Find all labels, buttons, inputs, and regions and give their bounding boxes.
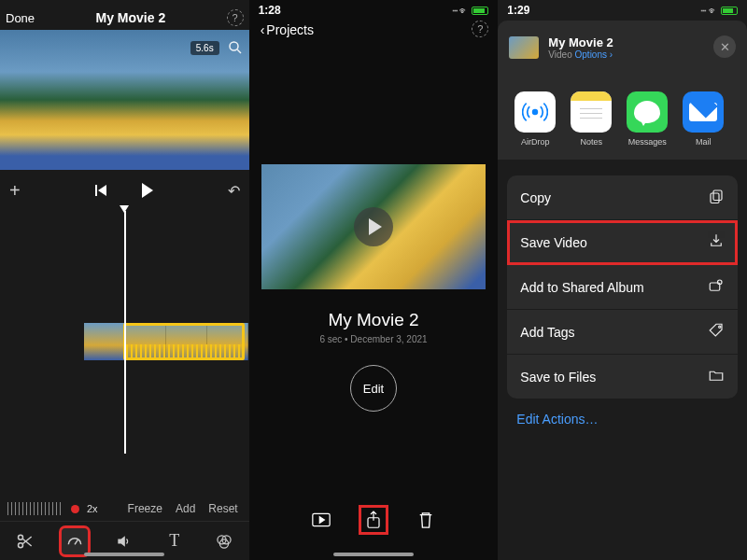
svg-rect-14 bbox=[713, 190, 722, 201]
copy-action[interactable]: Copy bbox=[507, 175, 738, 220]
freeze-button[interactable]: Freeze bbox=[128, 502, 162, 515]
copy-icon bbox=[708, 188, 725, 207]
svg-point-0 bbox=[230, 42, 238, 50]
status-time: 1:29 bbox=[507, 4, 529, 17]
titles-tool[interactable]: T bbox=[162, 528, 188, 554]
play-icon[interactable] bbox=[354, 207, 393, 246]
mail-app[interactable]: Mail bbox=[683, 91, 724, 147]
app-label: Notes bbox=[581, 137, 603, 147]
speed-slider[interactable] bbox=[7, 502, 63, 515]
project-panel: 1:28 ⋯ ᯤ ‹ Projects ? My Movie 2 6 sec •… bbox=[249, 0, 499, 560]
project-thumbnail[interactable] bbox=[261, 164, 486, 289]
status-icons: ⋯ ᯤ bbox=[453, 4, 489, 17]
app-label: Mail bbox=[696, 137, 712, 147]
video-preview[interactable]: 5.6s bbox=[0, 30, 249, 170]
speed-multiplier: 2x bbox=[87, 503, 98, 514]
undo-button[interactable]: ↶ bbox=[228, 182, 240, 200]
svg-marker-11 bbox=[319, 517, 324, 524]
airdrop-icon bbox=[514, 91, 556, 133]
wifi-icon: ⋯ ᯤ bbox=[453, 6, 470, 16]
selected-clip-range[interactable] bbox=[123, 323, 245, 360]
svg-point-3 bbox=[18, 542, 22, 547]
play-button[interactable] bbox=[142, 183, 153, 198]
share-sheet-panel: 1:29 ⋯ ᯤ My Movie 2 Video Options › ✕ Ai… bbox=[498, 0, 747, 560]
delete-button[interactable] bbox=[414, 508, 438, 532]
zoom-icon[interactable] bbox=[227, 39, 244, 56]
back-projects-button[interactable]: ‹ Projects bbox=[249, 17, 499, 43]
svg-line-6 bbox=[75, 539, 78, 544]
duration-badge: 5.6s bbox=[190, 41, 219, 55]
tag-icon bbox=[708, 322, 725, 342]
svg-point-18 bbox=[719, 326, 721, 328]
help-icon[interactable]: ? bbox=[227, 9, 244, 26]
save-to-files-action[interactable]: Save to Files bbox=[507, 355, 738, 399]
battery-icon bbox=[721, 7, 738, 15]
status-bar: 1:28 ⋯ ᯤ bbox=[249, 0, 499, 17]
cut-tool[interactable] bbox=[12, 528, 38, 554]
share-subtitle: Video Options › bbox=[548, 49, 613, 60]
timeline[interactable] bbox=[0, 211, 249, 454]
svg-rect-15 bbox=[711, 193, 719, 203]
battery-icon bbox=[472, 7, 488, 15]
share-title: My Movie 2 bbox=[548, 35, 613, 49]
status-time: 1:28 bbox=[259, 4, 281, 17]
app-label: Messages bbox=[628, 137, 667, 147]
edit-button[interactable]: Edit bbox=[350, 365, 397, 412]
filters-tool[interactable] bbox=[211, 528, 237, 554]
airdrop-app[interactable]: AirDrop bbox=[514, 91, 556, 147]
svg-point-2 bbox=[18, 535, 22, 539]
home-indicator[interactable] bbox=[84, 553, 164, 556]
app-label: AirDrop bbox=[521, 137, 550, 147]
add-shared-album-action[interactable]: Add to Shared Album bbox=[507, 265, 738, 310]
project-actions bbox=[249, 508, 499, 532]
video-thumbnail bbox=[509, 36, 539, 59]
mail-icon bbox=[683, 91, 724, 133]
share-apps-row: AirDrop Notes Messages Mail bbox=[498, 73, 747, 161]
edit-actions-link[interactable]: Edit Actions… bbox=[498, 399, 747, 440]
messages-icon bbox=[627, 91, 668, 133]
status-icons: ⋯ ᯤ bbox=[701, 4, 738, 17]
speed-indicator-band bbox=[126, 344, 242, 357]
svg-line-1 bbox=[237, 49, 241, 53]
project-title: My Movie 2 bbox=[249, 310, 499, 330]
prev-button[interactable] bbox=[95, 185, 106, 196]
messages-app[interactable]: Messages bbox=[627, 91, 668, 147]
wifi-icon: ⋯ ᯤ bbox=[701, 6, 718, 16]
save-video-action[interactable]: Save Video bbox=[507, 220, 738, 265]
volume-tool[interactable] bbox=[111, 528, 137, 554]
notes-icon bbox=[571, 91, 612, 133]
close-button[interactable]: ✕ bbox=[713, 35, 736, 58]
add-media-button[interactable]: + bbox=[9, 180, 21, 202]
share-actions-list: Copy Save Video Add to Shared Album Add … bbox=[507, 175, 738, 399]
home-indicator[interactable] bbox=[333, 553, 414, 556]
options-link[interactable]: Options › bbox=[575, 49, 613, 60]
speed-reset-button[interactable]: Reset bbox=[208, 502, 237, 515]
add-tags-action[interactable]: Add Tags bbox=[507, 310, 738, 355]
speed-tool[interactable] bbox=[62, 528, 88, 554]
video-clip[interactable] bbox=[84, 323, 248, 360]
speed-add-button[interactable]: Add bbox=[176, 502, 195, 515]
share-button[interactable] bbox=[361, 508, 386, 532]
folder-icon bbox=[708, 367, 725, 386]
project-meta: 6 sec • December 3, 2021 bbox=[249, 334, 499, 344]
share-header: My Movie 2 Video Options › ✕ bbox=[498, 21, 747, 73]
speed-slider-thumb[interactable] bbox=[71, 505, 79, 513]
shared-album-icon bbox=[708, 277, 725, 297]
play-action[interactable] bbox=[309, 508, 333, 532]
download-icon bbox=[708, 232, 725, 252]
project-title: My Movie 2 bbox=[96, 10, 166, 25]
notes-app[interactable]: Notes bbox=[571, 91, 612, 147]
editor-panel: Done My Movie 2 ? 5.6s + ↶ 2x Freeze Add… bbox=[0, 0, 249, 560]
chevron-left-icon: ‹ bbox=[261, 22, 265, 37]
speed-controls: 2x Freeze Add Reset bbox=[0, 497, 249, 521]
svg-point-13 bbox=[533, 110, 538, 115]
done-button[interactable]: Done bbox=[6, 11, 35, 25]
playhead[interactable] bbox=[124, 211, 126, 454]
status-bar: 1:29 ⋯ ᯤ bbox=[498, 0, 747, 17]
editor-topbar: Done My Movie 2 ? bbox=[0, 0, 249, 34]
